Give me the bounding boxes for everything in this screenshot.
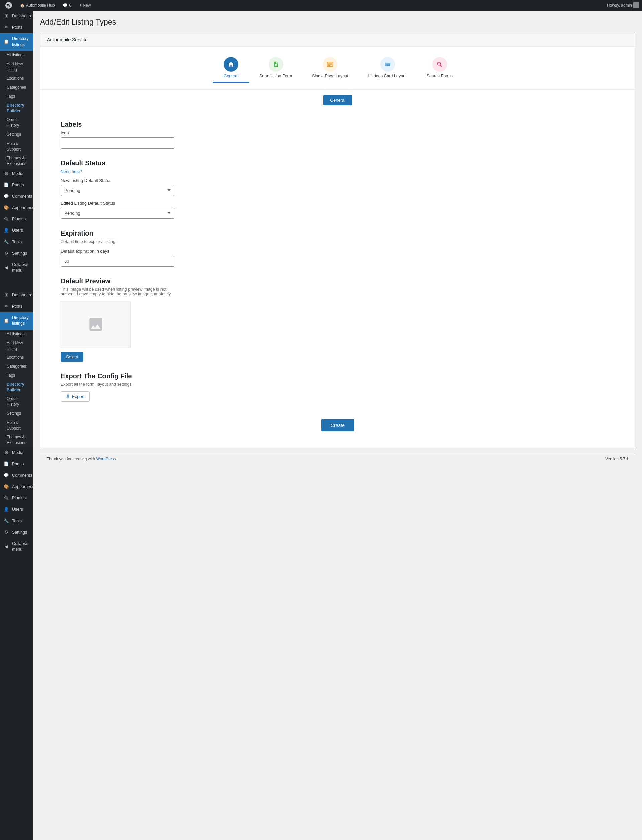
sidebar2-sub-add-new[interactable]: Add New listing xyxy=(3,338,34,353)
sidebar-item-users[interactable]: 👤 Users xyxy=(0,225,34,237)
sidebar-sub-all-listings[interactable]: All listings xyxy=(3,50,34,60)
tab-search-forms[interactable]: Search Forms xyxy=(417,54,463,83)
site-name-bar[interactable]: 🏠 Automobile Hub xyxy=(18,0,57,11)
sidebar-item-pages[interactable]: 📄 Pages xyxy=(0,180,34,191)
sidebar-sub-order-history[interactable]: Order History xyxy=(3,115,34,130)
expiration-days-label: Default expiration in days xyxy=(60,249,615,253)
sidebar-item-dashboard[interactable]: ⊞ Dashboard xyxy=(0,11,34,22)
form-container: Labels Icon Default Status Need help? Ne… xyxy=(41,111,635,448)
sidebar-sub-settings[interactable]: Settings xyxy=(3,130,34,139)
tab-general-label: General xyxy=(224,73,238,78)
tab-listings-card-layout[interactable]: Listings Card Layout xyxy=(358,54,417,83)
icon-field-input[interactable] xyxy=(60,138,174,148)
sidebar2-item-directory-listings[interactable]: 📋 Directory listings xyxy=(0,312,34,330)
sidebar2-item-posts[interactable]: ✏ Posts xyxy=(0,301,34,312)
sidebar-sub-help-support[interactable]: Help & Support xyxy=(3,139,34,154)
search-forms-tab-icon xyxy=(432,57,447,71)
sidebar-item-settings-main[interactable]: ⚙ Settings xyxy=(0,248,34,259)
general-tab-icon xyxy=(224,57,238,71)
all-listings2-label: All listings xyxy=(7,331,24,337)
tab-single-page-layout[interactable]: Single Page Layout xyxy=(302,54,358,83)
collapse-icon: ◀ xyxy=(3,265,9,271)
sidebar-sub-tags[interactable]: Tags xyxy=(3,92,34,101)
sidebar-item-appearance[interactable]: 🎨 Appearance xyxy=(0,202,34,214)
main-layout: ⊞ Dashboard ✏ Posts 📋 Directory listings… xyxy=(0,11,642,840)
posts-icon: ✏ xyxy=(3,25,9,31)
plugins-icon: 🔌 xyxy=(3,216,9,223)
select-image-button[interactable]: Select xyxy=(60,352,83,362)
sidebar2-item-tools[interactable]: 🔧 Tools xyxy=(0,515,34,527)
appearance-label: Appearance xyxy=(12,205,34,211)
create-button[interactable]: Create xyxy=(321,419,354,431)
labels-section: Labels Icon xyxy=(60,121,615,148)
sidebar2-sub-help-support[interactable]: Help & Support xyxy=(3,418,34,433)
sidebar-item-tools[interactable]: 🔧 Tools xyxy=(0,237,34,248)
default-status-title: Default Status xyxy=(60,159,615,167)
tags2-label: Tags xyxy=(7,373,15,379)
all-listings-label: All listings xyxy=(7,52,24,58)
sidebar2-item-dashboard[interactable]: ⊞ Dashboard xyxy=(0,290,34,301)
directory-submenu: All listings Add New listing Locations C… xyxy=(0,50,34,168)
order-history-label: Order History xyxy=(7,117,30,128)
export-button[interactable]: Export xyxy=(60,392,89,402)
locations-label: Locations xyxy=(7,76,24,81)
sidebar2-item-comments[interactable]: 💬 Comments xyxy=(0,470,34,481)
sidebar-sub-add-new-listing[interactable]: Add New listing xyxy=(3,60,34,74)
admin-avatar[interactable] xyxy=(633,2,639,8)
collapse2-label: Collapse menu xyxy=(12,541,30,552)
general-action-button[interactable]: General xyxy=(323,95,352,106)
tab-general[interactable]: General xyxy=(212,54,250,83)
collapse-menu2-button[interactable]: ◀ Collapse menu xyxy=(0,538,34,555)
sidebar2-item-appearance[interactable]: 🎨 Appearance xyxy=(0,481,34,493)
wp-logo[interactable]: W xyxy=(3,0,15,11)
export-button-label: Export xyxy=(72,394,84,399)
admin-bar-right: Howdy, admin xyxy=(607,2,639,8)
expiration-title: Expiration xyxy=(60,229,615,237)
sidebar2-sub-locations[interactable]: Locations xyxy=(3,353,34,362)
edited-listing-status-group: Edited Listing Default Status Pending Pu… xyxy=(60,201,615,219)
sidebar-label-directory-listings: Directory listings xyxy=(12,36,30,48)
tab-submission-form[interactable]: Submission Form xyxy=(250,54,302,83)
sidebar-sub-themes-extensions[interactable]: Themes & Extensions xyxy=(3,154,34,168)
sidebar-sub-directory-builder[interactable]: Directory Builder xyxy=(3,101,34,116)
sidebar-item-posts[interactable]: ✏ Posts xyxy=(0,22,34,33)
media2-icon: 🖼 xyxy=(3,450,9,456)
sidebar-sub-locations[interactable]: Locations xyxy=(3,74,34,83)
tools2-label: Tools xyxy=(12,518,22,524)
footer-wp-link[interactable]: WordPress. xyxy=(96,457,117,461)
need-help-link[interactable]: Need help? xyxy=(60,169,82,174)
new-listing-status-select[interactable]: Pending Published Draft xyxy=(60,185,174,196)
sidebar2-item-plugins[interactable]: 🔌 Plugins xyxy=(0,493,34,504)
sidebar-item-plugins[interactable]: 🔌 Plugins xyxy=(0,214,34,225)
sidebar2-sub-settings[interactable]: Settings xyxy=(3,409,34,418)
sidebar2-sub-categories[interactable]: Categories xyxy=(3,362,34,371)
sidebar2-item-users[interactable]: 👤 Users xyxy=(0,504,34,515)
sidebar-item-media[interactable]: 🖼 Media xyxy=(0,168,34,180)
sidebar2-item-settings-main[interactable]: ⚙ Settings xyxy=(0,527,34,538)
add-new-listing-label: Add New listing xyxy=(7,61,30,73)
image-placeholder-icon xyxy=(86,316,105,333)
wp-footer: Thank you for creating with WordPress. V… xyxy=(40,453,635,464)
sidebar2-sub-directory-builder[interactable]: Directory Builder xyxy=(3,380,34,395)
sidebar2-item-media[interactable]: 🖼 Media xyxy=(0,447,34,459)
plugins2-icon: 🔌 xyxy=(3,496,9,502)
edited-listing-status-select[interactable]: Pending Published Draft xyxy=(60,208,174,219)
sidebar-item-directory-listings[interactable]: 📋 Directory listings xyxy=(0,33,34,50)
collapse-menu-button[interactable]: ◀ Collapse menu xyxy=(0,259,34,276)
sidebar-sub-categories[interactable]: Categories xyxy=(3,83,34,92)
footer-version: Version 5.7.1 xyxy=(605,457,629,461)
sidebar-item-comments[interactable]: 💬 Comments xyxy=(0,191,34,202)
sidebar2-sub-themes-ext[interactable]: Themes & Extensions xyxy=(3,432,34,447)
sidebar2-sub-order-history[interactable]: Order History xyxy=(3,395,34,409)
media-label: Media xyxy=(12,171,23,177)
users2-label: Users xyxy=(12,507,23,513)
sidebar2-sub-tags[interactable]: Tags xyxy=(3,371,34,380)
categories2-label: Categories xyxy=(7,364,26,369)
expiration-days-input[interactable] xyxy=(60,255,174,266)
new-bar[interactable]: + New xyxy=(76,0,93,11)
sidebar2-sub-all-listings[interactable]: All listings xyxy=(3,330,34,338)
plugins2-label: Plugins xyxy=(12,496,26,502)
notifications-bar[interactable]: 💬 0 xyxy=(60,0,74,11)
sidebar2-item-pages[interactable]: 📄 Pages xyxy=(0,459,34,470)
icon-field-group: Icon xyxy=(60,130,615,148)
